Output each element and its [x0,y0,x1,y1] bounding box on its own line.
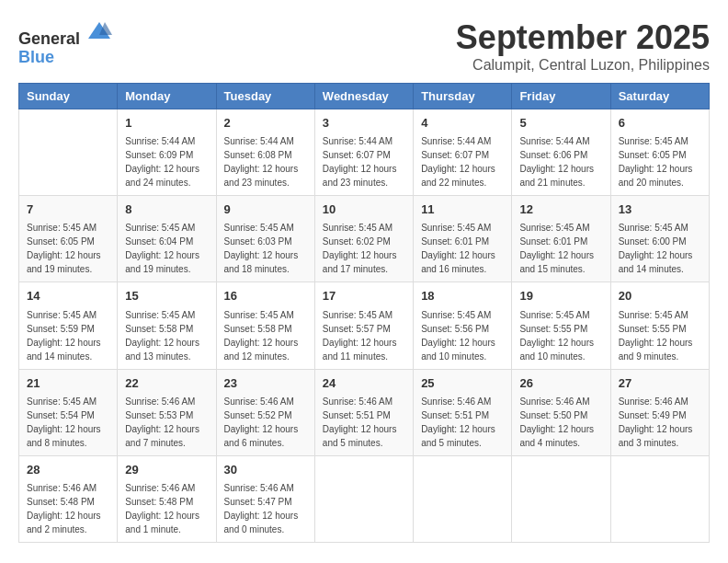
day-info: Sunrise: 5:46 AM Sunset: 5:51 PM Dayligh… [421,395,504,450]
day-cell: 1Sunrise: 5:44 AM Sunset: 6:09 PM Daylig… [118,109,216,196]
day-number: 23 [224,375,307,392]
day-cell [314,455,413,542]
day-info: Sunrise: 5:46 AM Sunset: 5:47 PM Dayligh… [224,481,307,536]
day-cell: 8Sunrise: 5:45 AM Sunset: 6:04 PM Daylig… [118,196,216,282]
day-number: 7 [27,201,109,218]
subtitle: Calumpit, Central Luzon, Philippines [456,57,710,74]
day-cell: 5Sunrise: 5:44 AM Sunset: 6:06 PM Daylig… [512,109,610,196]
day-cell: 15Sunrise: 5:45 AM Sunset: 5:58 PM Dayli… [118,282,216,369]
week-row-1: 1Sunrise: 5:44 AM Sunset: 6:09 PM Daylig… [19,109,710,196]
day-cell: 24Sunrise: 5:46 AM Sunset: 5:51 PM Dayli… [314,369,413,455]
day-info: Sunrise: 5:45 AM Sunset: 6:01 PM Dayligh… [519,221,602,276]
week-row-2: 7Sunrise: 5:45 AM Sunset: 6:05 PM Daylig… [19,196,710,282]
day-cell: 29Sunrise: 5:46 AM Sunset: 5:48 PM Dayli… [118,455,216,542]
day-number: 16 [224,288,307,304]
week-row-5: 28Sunrise: 5:46 AM Sunset: 5:48 PM Dayli… [19,455,710,542]
day-number: 10 [323,201,405,218]
header-day-monday: Monday [118,84,216,109]
header-day-tuesday: Tuesday [216,84,314,109]
day-cell: 6Sunrise: 5:45 AM Sunset: 6:05 PM Daylig… [610,109,709,196]
header-day-thursday: Thursday [414,84,512,109]
day-number: 18 [421,288,504,304]
day-number: 26 [519,375,602,392]
day-cell: 22Sunrise: 5:46 AM Sunset: 5:53 PM Dayli… [118,369,216,455]
day-number: 1 [125,115,208,132]
header-day-sunday: Sunday [19,84,118,109]
day-number: 20 [619,288,701,304]
day-info: Sunrise: 5:45 AM Sunset: 5:58 PM Dayligh… [125,308,208,363]
day-info: Sunrise: 5:45 AM Sunset: 6:05 PM Dayligh… [619,134,701,190]
day-info: Sunrise: 5:46 AM Sunset: 5:48 PM Dayligh… [125,481,208,536]
day-number: 29 [125,462,208,478]
day-info: Sunrise: 5:46 AM Sunset: 5:52 PM Dayligh… [224,395,307,450]
day-number: 2 [224,115,307,132]
week-row-3: 14Sunrise: 5:45 AM Sunset: 5:59 PM Dayli… [19,282,710,369]
day-cell: 3Sunrise: 5:44 AM Sunset: 6:07 PM Daylig… [314,109,413,196]
day-cell: 17Sunrise: 5:45 AM Sunset: 5:57 PM Dayli… [314,282,413,369]
day-cell: 10Sunrise: 5:45 AM Sunset: 6:02 PM Dayli… [314,196,413,282]
day-info: Sunrise: 5:44 AM Sunset: 6:07 PM Dayligh… [323,134,405,190]
day-info: Sunrise: 5:45 AM Sunset: 6:03 PM Dayligh… [224,221,307,276]
day-info: Sunrise: 5:46 AM Sunset: 5:49 PM Dayligh… [619,395,701,450]
day-info: Sunrise: 5:45 AM Sunset: 6:02 PM Dayligh… [323,221,405,276]
header-day-saturday: Saturday [610,84,709,109]
logo-general: General [18,18,112,49]
day-number: 19 [519,288,602,304]
day-cell: 11Sunrise: 5:45 AM Sunset: 6:01 PM Dayli… [414,196,512,282]
day-cell: 9Sunrise: 5:45 AM Sunset: 6:03 PM Daylig… [216,196,314,282]
day-number: 22 [125,375,208,392]
day-cell: 16Sunrise: 5:45 AM Sunset: 5:58 PM Dayli… [216,282,314,369]
day-number: 28 [27,462,109,478]
day-info: Sunrise: 5:45 AM Sunset: 5:55 PM Dayligh… [519,308,602,363]
day-info: Sunrise: 5:44 AM Sunset: 6:09 PM Dayligh… [125,134,208,190]
day-cell: 18Sunrise: 5:45 AM Sunset: 5:56 PM Dayli… [414,282,512,369]
day-cell: 23Sunrise: 5:46 AM Sunset: 5:52 PM Dayli… [216,369,314,455]
day-info: Sunrise: 5:45 AM Sunset: 5:55 PM Dayligh… [619,308,701,363]
title-area: September 2025 Calumpit, Central Luzon, … [456,18,710,74]
header-row: SundayMondayTuesdayWednesdayThursdayFrid… [19,84,710,109]
header: General Blue September 2025 Calumpit, Ce… [18,18,710,74]
day-cell: 4Sunrise: 5:44 AM Sunset: 6:07 PM Daylig… [414,109,512,196]
day-cell: 2Sunrise: 5:44 AM Sunset: 6:08 PM Daylig… [216,109,314,196]
day-number: 5 [519,115,602,132]
day-number: 3 [323,115,405,132]
logo-icon [86,18,112,44]
day-number: 21 [27,375,109,392]
day-info: Sunrise: 5:45 AM Sunset: 5:59 PM Dayligh… [27,308,109,363]
day-number: 17 [323,288,405,304]
day-cell: 7Sunrise: 5:45 AM Sunset: 6:05 PM Daylig… [19,196,118,282]
calendar-table: SundayMondayTuesdayWednesdayThursdayFrid… [18,83,710,543]
day-number: 30 [224,462,307,478]
day-cell: 27Sunrise: 5:46 AM Sunset: 5:49 PM Dayli… [610,369,709,455]
day-number: 8 [125,201,208,218]
day-info: Sunrise: 5:46 AM Sunset: 5:53 PM Dayligh… [125,395,208,450]
day-cell: 21Sunrise: 5:45 AM Sunset: 5:54 PM Dayli… [19,369,118,455]
day-info: Sunrise: 5:45 AM Sunset: 5:56 PM Dayligh… [421,308,504,363]
day-cell [610,455,709,542]
day-cell [512,455,610,542]
day-number: 13 [619,201,701,218]
day-number: 15 [125,288,208,304]
day-cell: 26Sunrise: 5:46 AM Sunset: 5:50 PM Dayli… [512,369,610,455]
header-day-wednesday: Wednesday [314,84,413,109]
day-cell [19,109,118,196]
day-info: Sunrise: 5:45 AM Sunset: 5:58 PM Dayligh… [224,308,307,363]
day-number: 9 [224,201,307,218]
header-day-friday: Friday [512,84,610,109]
day-number: 12 [519,201,602,218]
day-info: Sunrise: 5:46 AM Sunset: 5:50 PM Dayligh… [519,395,602,450]
day-cell: 30Sunrise: 5:46 AM Sunset: 5:47 PM Dayli… [216,455,314,542]
day-cell: 14Sunrise: 5:45 AM Sunset: 5:59 PM Dayli… [19,282,118,369]
main-title: September 2025 [456,18,710,57]
day-number: 27 [619,375,701,392]
day-info: Sunrise: 5:45 AM Sunset: 5:54 PM Dayligh… [27,395,109,450]
day-cell: 20Sunrise: 5:45 AM Sunset: 5:55 PM Dayli… [610,282,709,369]
day-info: Sunrise: 5:45 AM Sunset: 6:00 PM Dayligh… [619,221,701,276]
day-info: Sunrise: 5:45 AM Sunset: 6:05 PM Dayligh… [27,221,109,276]
day-info: Sunrise: 5:46 AM Sunset: 5:51 PM Dayligh… [323,395,405,450]
day-cell: 25Sunrise: 5:46 AM Sunset: 5:51 PM Dayli… [414,369,512,455]
day-cell: 12Sunrise: 5:45 AM Sunset: 6:01 PM Dayli… [512,196,610,282]
logo-blue: Blue [18,49,112,67]
day-number: 14 [27,288,109,304]
day-number: 4 [421,115,504,132]
